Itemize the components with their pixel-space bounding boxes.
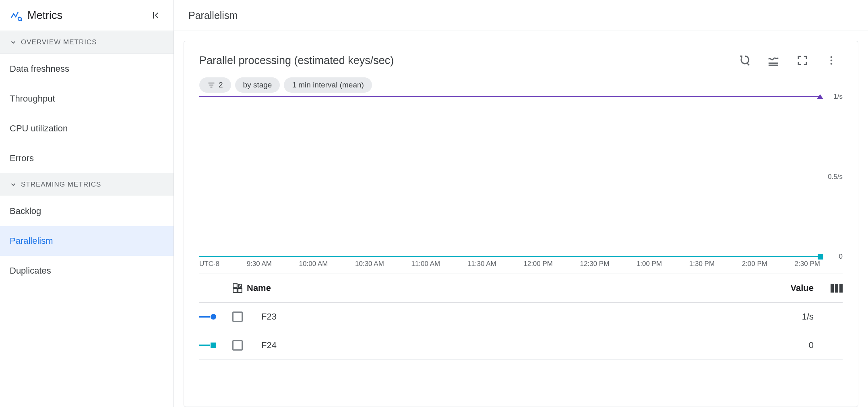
x-tick-label: 9:30 AM [247,260,272,268]
card-title: Parallel processing (estimated keys/sec) [199,54,737,67]
series-swatch [199,314,227,320]
y-tick-label: 1/s [833,93,843,101]
x-tick-label: 11:30 AM [467,260,496,268]
sidebar-item-duplicates[interactable]: Duplicates [0,256,174,286]
metrics-icon [10,9,22,21]
filter-count-chip[interactable]: 2 [199,77,231,93]
x-tick-label: 10:30 AM [355,260,384,268]
svg-point-6 [831,60,833,62]
filter-icon [207,81,215,89]
x-tick-label: 12:30 PM [580,260,610,268]
fullscreen-icon [796,54,808,66]
chart-card: Parallel processing (estimated keys/sec) [184,41,858,407]
sidebar-section-header[interactable]: STREAMING METRICS [0,173,174,196]
svg-line-2 [747,63,749,65]
filter-chips: 2 by stage 1 min interval (mean) [184,68,858,97]
series-marker-F24 [818,254,823,260]
column-selector-button[interactable] [818,284,843,293]
x-tick-label: 2:30 PM [795,260,820,268]
sidebar-item-data-freshness[interactable]: Data freshness [0,54,174,84]
series-value: 0 [765,340,814,351]
refresh-search-icon [738,54,751,67]
x-tick-label: 1:30 PM [689,260,715,268]
timezone-label: UTC-8 [199,260,219,268]
svg-point-7 [831,63,833,65]
legend-table: Name Value F23 1/s F24 0 [184,274,858,360]
sidebar-item-parallelism[interactable]: Parallelism [0,226,174,256]
legend-toggle-button[interactable] [766,53,781,68]
legend-row[interactable]: F23 1/s [199,303,843,331]
sidebar-section-label: STREAMING METRICS [21,181,101,189]
sidebar-section-header[interactable]: OVERVIEW METRICS [0,31,174,54]
x-tick-label: 10:00 AM [299,260,328,268]
x-tick-label: 11:00 AM [411,260,440,268]
svg-rect-8 [233,284,237,288]
select-all-icon[interactable] [232,283,243,293]
chart: 1/s0.5/s0 UTC-89:30 AM10:00 AM10:30 AM11… [184,97,858,274]
legend-column-value[interactable]: Value [765,283,814,293]
filter-count-label: 2 [219,81,223,89]
svg-rect-9 [233,289,237,293]
series-checkbox[interactable] [232,311,243,322]
svg-point-5 [831,56,833,58]
x-tick-label: 1:00 PM [637,260,662,268]
series-value: 1/s [765,311,814,322]
x-tick-label: 12:00 PM [523,260,553,268]
content: Parallel processing (estimated keys/sec) [174,31,868,407]
sidebar-item-throughput[interactable]: Throughput [0,84,174,114]
main: Parallelism Parallel processing (estimat… [174,0,868,407]
series-name: F24 [261,340,761,351]
sidebar-item-cpu-utilization[interactable]: CPU utilization [0,114,174,143]
series-line-F23 [199,96,820,97]
collapse-sidebar-button[interactable] [148,7,164,23]
sidebar-item-backlog[interactable]: Backlog [0,196,174,226]
chevron-down-icon [10,39,17,46]
sidebar-item-errors[interactable]: Errors [0,143,174,173]
more-vert-icon [826,55,837,66]
page-title: Parallelism [174,0,868,31]
legend-row[interactable]: F24 0 [199,331,843,360]
series-swatch [199,343,227,348]
legend-icon [767,54,780,67]
interval-label: 1 min interval (mean) [292,81,364,89]
svg-line-1 [21,20,22,21]
legend-header: Name Value [199,274,843,303]
series-checkbox[interactable] [232,340,243,351]
sidebar-title: Metrics [27,9,142,22]
legend-column-name[interactable]: Name [247,283,271,293]
grouping-chip[interactable]: by stage [235,77,280,93]
reset-zoom-button[interactable] [737,53,752,68]
series-name: F23 [261,311,761,322]
sidebar-header: Metrics [0,0,174,31]
chart-x-axis: UTC-89:30 AM10:00 AM10:30 AM11:00 AM11:3… [199,257,843,274]
card-actions [737,53,843,68]
svg-rect-10 [238,289,242,293]
fullscreen-button[interactable] [795,53,810,68]
chevron-down-icon [10,181,17,188]
chart-plot[interactable]: 1/s0.5/s0 [199,97,843,257]
series-marker-F23 [817,94,823,99]
grouping-label: by stage [243,81,272,89]
chevron-left-bar-icon [151,10,161,20]
more-options-button[interactable] [824,53,839,68]
sidebar-section-label: OVERVIEW METRICS [21,38,97,46]
series-line-F24 [199,256,820,257]
sidebar: Metrics OVERVIEW METRICSData freshnessTh… [0,0,174,407]
interval-chip[interactable]: 1 min interval (mean) [284,77,372,93]
x-tick-label: 2:00 PM [742,260,767,268]
card-header: Parallel processing (estimated keys/sec) [184,41,858,68]
y-tick-label: 0.5/s [828,173,843,181]
y-tick-label: 0 [839,253,843,261]
